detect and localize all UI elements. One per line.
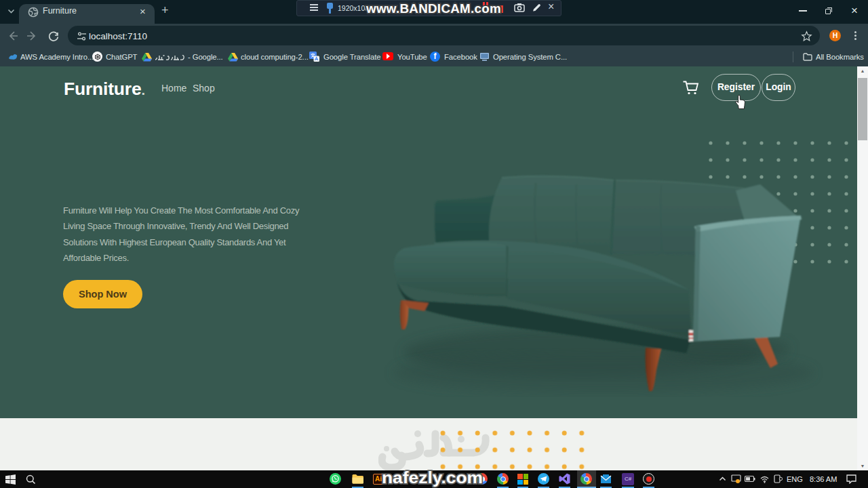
svg-text:nafezly.com: nafezly.com: [382, 469, 483, 487]
svg-text:www.BANDICAM.com: www.BANDICAM.com: [366, 1, 501, 16]
